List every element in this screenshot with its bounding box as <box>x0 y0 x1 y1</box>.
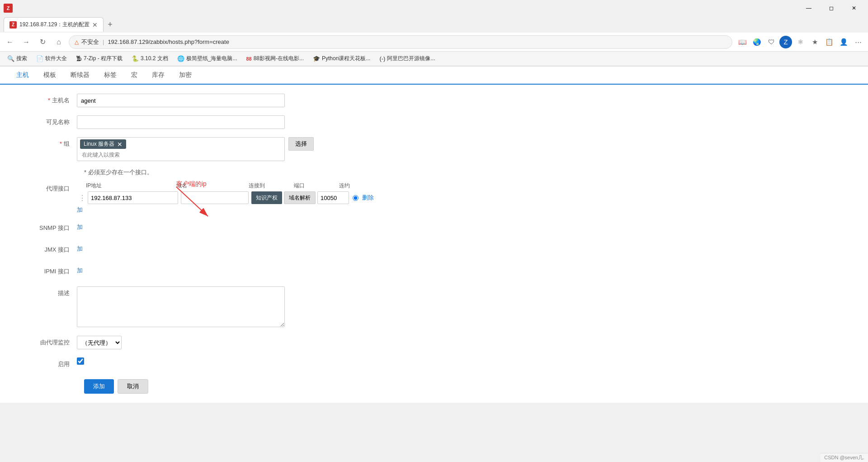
refresh-button[interactable]: ↻ <box>36 36 49 48</box>
forward-button[interactable]: → <box>20 36 33 48</box>
title-bar-left: Z <box>4 4 13 13</box>
bookmark-software-label: 软件大全 <box>45 55 67 62</box>
proxy-field: （无代理） <box>77 336 389 349</box>
favorites-button[interactable]: ★ <box>808 36 821 48</box>
group-select-button[interactable]: 选择 <box>288 137 314 151</box>
ipmi-field: 加 <box>77 265 389 275</box>
agent-interface-row: 代理接口 IP地址 域名 连接到 端口 连约 ⋮ 知识产权 <box>18 182 389 214</box>
course-bookmark-icon: 🎓 <box>313 55 320 62</box>
drag-handle-icon[interactable]: ⋮ <box>77 194 88 202</box>
group-search-input[interactable] <box>80 151 282 159</box>
interface-headers: IP地址 域名 连接到 端口 连约 <box>77 182 389 190</box>
domain-input[interactable] <box>181 191 249 204</box>
tab-template[interactable]: 模板 <box>36 67 63 84</box>
software-bookmark-icon: 📄 <box>36 55 43 62</box>
url-warning-text: 不安全 <box>81 38 99 46</box>
cancel-button[interactable]: 取消 <box>118 379 148 394</box>
ip-address-input[interactable] <box>88 191 178 204</box>
interface-data-row: ⋮ 知识产权 域名解析 删除 <box>77 191 389 204</box>
tab-tag[interactable]: 标签 <box>97 67 124 84</box>
hostname-input[interactable] <box>77 94 285 107</box>
domain-header: 域名 <box>176 182 249 190</box>
new-tab-button[interactable]: + <box>104 18 116 31</box>
enabled-checkbox[interactable] <box>77 357 84 365</box>
address-bar: ← → ↻ ⌂ △ 不安全 | 192.168.87.129/zabbix/ho… <box>0 33 868 52</box>
visible-name-row: 可见名称 <box>18 115 389 130</box>
zabbix-extension-button[interactable]: Z <box>779 36 792 48</box>
description-field <box>77 286 389 329</box>
bookmarks-bar: 🔍 搜索 📄 软件大全 🗜 7-Zip - 程序下载 🐍 3.10.2 文档 🌐… <box>0 52 868 66</box>
back-button[interactable]: ← <box>4 36 16 48</box>
description-textarea[interactable] <box>77 286 285 327</box>
bookmark-88video[interactable]: 88 88影视网-在线电影... <box>242 53 307 64</box>
translate-button[interactable]: 🌏 <box>750 36 763 48</box>
add-snmp-link[interactable]: 加 <box>77 223 83 231</box>
read-mode-button[interactable]: 📖 <box>736 36 749 48</box>
tab-bar: Z 192.168.87.129：主机的配置 ✕ + <box>0 16 868 33</box>
bookmark-video-label: 88影视网-在线电影... <box>254 55 304 62</box>
bookmark-python-label: 3.10.2 文档 <box>141 55 168 62</box>
interface-radio[interactable] <box>353 195 359 201</box>
tab-inventory[interactable]: 库存 <box>145 67 172 84</box>
hostname-required-star: * <box>48 97 50 104</box>
add-agent-interface-link[interactable]: 加 <box>77 206 83 214</box>
page-content: 主机 模板 断续器 标签 宏 库存 加密 *主机名 可见名称 <box>0 67 868 403</box>
tab-host[interactable]: 主机 <box>9 67 36 85</box>
jmx-interface-row: JMX 接口 加 <box>18 243 389 257</box>
snmp-label: SNMP 接口 <box>18 221 77 232</box>
maximize-button[interactable]: ◻ <box>821 1 842 15</box>
extensions-button[interactable]: ⚛ <box>794 36 807 48</box>
tab-encryption[interactable]: 加密 <box>172 67 199 84</box>
jmx-label: JMX 接口 <box>18 243 77 254</box>
form-container: *主机名 可见名称 *组 Linu <box>0 85 407 403</box>
browser-tab[interactable]: Z 192.168.87.129：主机的配置 ✕ <box>4 17 104 32</box>
collections-button[interactable]: 📋 <box>823 36 835 48</box>
bookmark-course-label: Python课程天花板... <box>322 55 370 62</box>
url-box[interactable]: △ 不安全 | 192.168.87.129/zabbix/hosts.php?… <box>69 35 732 49</box>
add-ipmi-link[interactable]: 加 <box>77 267 83 275</box>
submit-button[interactable]: 添加 <box>84 379 114 394</box>
bookmark-python-docs[interactable]: 🐍 3.10.2 文档 <box>128 53 172 64</box>
search-bookmark-icon: 🔍 <box>7 55 14 62</box>
video-bookmark-icon: 88 <box>246 56 251 62</box>
browser-chrome: Z — ◻ ✕ Z 192.168.87.129：主机的配置 ✕ + ← → ↻… <box>0 0 868 67</box>
tab-macro[interactable]: 宏 <box>124 67 145 84</box>
agent-interface-field: IP地址 域名 连接到 端口 连约 ⋮ 知识产权 域名解析 <box>77 182 389 214</box>
resolve-dns-button[interactable]: 域名解析 <box>284 191 316 204</box>
port-input[interactable] <box>317 191 349 204</box>
settings-button[interactable]: ⋯ <box>852 36 864 48</box>
connect-ip-button[interactable]: 知识产权 <box>251 191 282 204</box>
home-button[interactable]: ⌂ <box>52 36 65 48</box>
browser-logo-icon: Z <box>4 4 13 13</box>
wallpaper-bookmark-icon: 🌐 <box>177 55 184 62</box>
tab-title: 192.168.87.129：主机的配置 <box>19 21 90 29</box>
bookmark-wallpaper[interactable]: 🌐 极简壁纸_海量电脑... <box>174 53 241 64</box>
shield-button[interactable]: 🛡 <box>765 36 778 48</box>
security-warning-icon: △ <box>75 39 79 45</box>
visible-name-label: 可见名称 <box>18 115 77 126</box>
group-input-area[interactable]: Linux 服务器 ✕ <box>77 137 285 161</box>
group-required-star: * <box>60 140 62 147</box>
minimize-button[interactable]: — <box>798 1 819 15</box>
add-jmx-link[interactable]: 加 <box>77 245 83 253</box>
proxy-select[interactable]: （无代理） <box>77 336 122 349</box>
visible-name-input[interactable] <box>77 115 285 129</box>
bookmark-7zip[interactable]: 🗜 7-Zip - 程序下载 <box>72 53 126 64</box>
proxy-label: 由代理监控 <box>18 336 77 347</box>
bookmark-search[interactable]: 🔍 搜索 <box>4 53 31 64</box>
delete-interface-link[interactable]: 删除 <box>362 194 374 202</box>
tab-circuit-breaker[interactable]: 断续器 <box>63 67 97 84</box>
tab-close-icon[interactable]: ✕ <box>92 21 98 29</box>
profile-button[interactable]: 👤 <box>837 36 850 48</box>
bottom-buttons: 添加 取消 <box>18 379 389 394</box>
bookmark-python-course[interactable]: 🎓 Python课程天花板... <box>309 53 374 64</box>
bookmark-search-label: 搜索 <box>16 55 27 62</box>
agent-interface-label: 代理接口 <box>18 182 77 193</box>
enabled-label: 启用 <box>18 357 77 368</box>
bookmark-software[interactable]: 📄 软件大全 <box>33 53 71 64</box>
ip-header: IP地址 <box>77 182 176 190</box>
bookmark-aliyun[interactable]: (-) 阿里巴巴开源镜像... <box>376 53 439 64</box>
bookmark-7zip-label: 7-Zip - 程序下载 <box>84 55 123 62</box>
close-button[interactable]: ✕ <box>844 1 864 15</box>
group-tag-remove-icon[interactable]: ✕ <box>117 141 123 148</box>
